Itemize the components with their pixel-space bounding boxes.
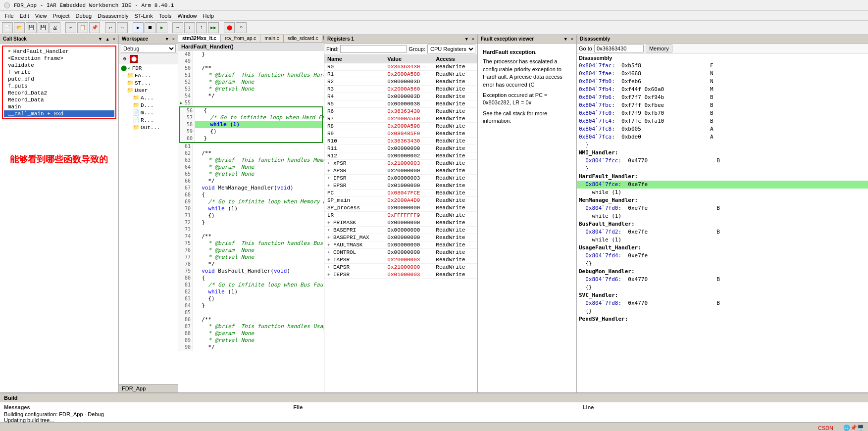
menu-project[interactable]: Project <box>50 13 72 19</box>
reg-row-26[interactable]: + IAPSR 0x20000003 ReadWrite <box>324 256 477 264</box>
tb-breakpoint[interactable]: ⬤ <box>224 22 235 33</box>
tb-run[interactable]: ▶▶ <box>208 22 219 33</box>
reg-row-20[interactable]: LR 0xFFFFFFF9 ReadWrite <box>324 212 477 219</box>
disasm-line-usagefault: 0x804`7fd4: 0xe7fe <box>577 252 868 260</box>
reg-row-16[interactable]: + EPSR 0x01000000 ReadWrite <box>324 182 477 190</box>
editor-fold-icon[interactable]: fo <box>322 36 324 41</box>
tb-open[interactable]: 📂 <box>14 22 25 33</box>
menu-debug[interactable]: Debug <box>73 13 95 19</box>
tb-build[interactable]: ▶ <box>133 22 144 33</box>
reg-row-3[interactable]: R3 0x2000A560 ReadWrite <box>324 86 477 93</box>
callstack-close[interactable]: × <box>113 37 115 42</box>
callstack-item-5[interactable]: f_puts <box>4 83 114 90</box>
tb-step-over[interactable]: → <box>172 22 183 33</box>
tb-cut[interactable]: ✂ <box>65 22 76 33</box>
tb-copy[interactable]: 📋 <box>77 22 88 33</box>
tb-save[interactable]: 💾 <box>26 22 37 33</box>
reg-row-21[interactable]: + PRIMASK 0x00000000 ReadWrite <box>324 219 477 227</box>
tb-saveall[interactable]: 💾 <box>38 22 49 33</box>
callstack-item-1[interactable]: <Exception frame> <box>4 55 114 62</box>
reg-row-25[interactable]: + CONTROL 0x00000000 ReadWrite <box>324 249 477 256</box>
menu-help[interactable]: Help <box>200 13 217 19</box>
callstack-item-8[interactable]: main <box>4 103 114 110</box>
registers-find-input[interactable] <box>340 45 407 53</box>
tb-redo[interactable]: ↪ <box>117 22 128 33</box>
reg-row-9[interactable]: R9 0x080485F0 ReadWrite <box>324 130 477 138</box>
callstack-item-7[interactable]: Record_Data <box>4 96 114 103</box>
tree-m[interactable]: 📄 m... <box>119 109 178 116</box>
disasm-goto-input[interactable] <box>594 45 644 52</box>
reg-row-27[interactable]: + EAPSR 0x21000000 ReadWrite <box>324 264 477 271</box>
fault-pin[interactable]: ▼ <box>563 37 568 42</box>
reg-row-8[interactable]: R8 0x2000A598 ReadWrite <box>324 123 477 130</box>
tree-st[interactable]: 📁 ST... <box>119 79 178 87</box>
tb-step-out[interactable]: ↑ <box>196 22 207 33</box>
menu-tools[interactable]: Tools <box>156 13 175 19</box>
ws-active-btn[interactable]: ⬤ <box>130 55 138 63</box>
registers-pin[interactable]: ▼ <box>464 37 469 42</box>
reg-row-13[interactable]: + xPSR 0x21000003 ReadWrite <box>324 160 477 167</box>
callstack-pin[interactable]: ▼ <box>98 37 102 42</box>
reg-row-22[interactable]: + BASEPRI 0x00000000 ReadWrite <box>324 227 477 234</box>
tb-clear-bp[interactable]: ○ <box>236 22 247 33</box>
callstack-item-2[interactable]: validate <box>4 62 114 69</box>
registers-group-select[interactable]: CPU Registers <box>427 45 475 53</box>
reg-row-28[interactable]: + IEPSR 0x01000003 ReadWrite <box>324 271 477 279</box>
workspace-tree: ⬤ ✓ FDR_ 📁 FA... 📁 ST... 📁 User 📁 A... <box>119 64 178 384</box>
reg-row-15[interactable]: + IPSR 0x00000003 ReadWrite <box>324 175 477 182</box>
tab-stm32[interactable]: stm32f4xx_it.c <box>178 35 221 42</box>
tb-paste[interactable]: 📌 <box>89 22 100 33</box>
tab-main[interactable]: main.c <box>260 35 283 42</box>
reg-row-19[interactable]: SP_process 0x00000000 ReadWrite <box>324 204 477 212</box>
reg-row-4[interactable]: R4 0x0000003D ReadWrite <box>324 93 477 100</box>
tree-d[interactable]: 📁 D... <box>119 101 178 109</box>
callstack-item-3[interactable]: f_write <box>4 69 114 76</box>
tree-a[interactable]: 📁 A... <box>119 94 178 101</box>
workspace-pin[interactable]: ▼ <box>165 37 169 42</box>
tb-debug[interactable]: ▶ <box>156 22 167 33</box>
menu-file[interactable]: File <box>2 13 17 19</box>
tb-stop[interactable]: ⏹ <box>145 22 155 33</box>
tree-r[interactable]: 📄 R... <box>119 116 178 124</box>
reg-row-10[interactable]: R10 0x36363430 ReadWrite <box>324 138 477 145</box>
callstack-item-0[interactable]: ➤ HardFault_Handler <box>4 48 114 55</box>
tb-step-into[interactable]: ↓ <box>184 22 195 33</box>
menu-view[interactable]: View <box>32 13 50 19</box>
workspace-close[interactable]: × <box>172 37 175 42</box>
reg-row-17[interactable]: PC 0x08047FCE ReadWrite <box>324 190 477 197</box>
reg-row-0[interactable]: R0 0x36363430 ReadWrite <box>324 63 477 71</box>
reg-row-2[interactable]: R2 0x0000003D ReadWrite <box>324 78 477 86</box>
callstack-item-9[interactable]: __call_main + 0xd <box>4 110 114 117</box>
menu-stlink[interactable]: ST-Link <box>131 13 155 19</box>
reg-row-6[interactable]: R6 0x36363430 ReadWrite <box>324 108 477 115</box>
reg-row-24[interactable]: + FAULTMASK 0x00000000 ReadWrite <box>324 241 477 249</box>
menu-disassembly[interactable]: Disassembly <box>95 13 131 19</box>
tree-out[interactable]: 📁 Out... <box>119 124 178 131</box>
reg-row-1[interactable]: R1 0x2000A588 ReadWrite <box>324 71 477 78</box>
tree-fdr[interactable]: ⬤ ✓ FDR_ <box>119 64 178 72</box>
tb-print[interactable]: 🖨 <box>50 22 60 33</box>
reg-row-7[interactable]: R7 0x2000A560 ReadWrite <box>324 115 477 123</box>
disasm-memory-btn[interactable]: Memory <box>646 45 672 52</box>
menu-window[interactable]: Window <box>174 13 200 19</box>
fault-close[interactable]: × <box>571 37 573 42</box>
reg-row-18[interactable]: SP_main 0x2000A4D0 ReadWrite <box>324 197 477 204</box>
tree-fa[interactable]: 📁 FA... <box>119 72 178 79</box>
tab-sdio[interactable]: sdio_sdcard.c <box>284 35 323 42</box>
tree-user[interactable]: 📁 User <box>119 87 178 94</box>
reg-row-5[interactable]: R5 0x00000038 ReadWrite <box>324 100 477 108</box>
registers-close[interactable]: × <box>472 37 474 42</box>
workspace-mode-select[interactable]: Debug Release <box>121 45 176 52</box>
editor-code[interactable]: 48 } 49 50 /** 51 * @brief This function… <box>178 51 324 392</box>
callstack-item-6[interactable]: Record_Data2 <box>4 90 114 96</box>
tb-new[interactable]: 📄 <box>2 22 13 33</box>
reg-row-11[interactable]: R11 0x00000000 ReadWrite <box>324 145 477 152</box>
tab-rcv[interactable]: rcv_from_ap.c <box>221 35 260 42</box>
reg-row-23[interactable]: + BASEPRI_MAX 0x00000000 ReadWrite <box>324 234 477 241</box>
menu-edit[interactable]: Edit <box>17 13 32 19</box>
callstack-item-4[interactable]: putc_bfd <box>4 76 114 83</box>
reg-row-14[interactable]: + APSR 0x20000000 ReadWrite <box>324 167 477 175</box>
reg-row-12[interactable]: R12 0x00000002 ReadWrite <box>324 152 477 160</box>
tb-undo[interactable]: ↩ <box>105 22 116 33</box>
ws-settings-btn[interactable]: ⚙ <box>121 55 129 63</box>
